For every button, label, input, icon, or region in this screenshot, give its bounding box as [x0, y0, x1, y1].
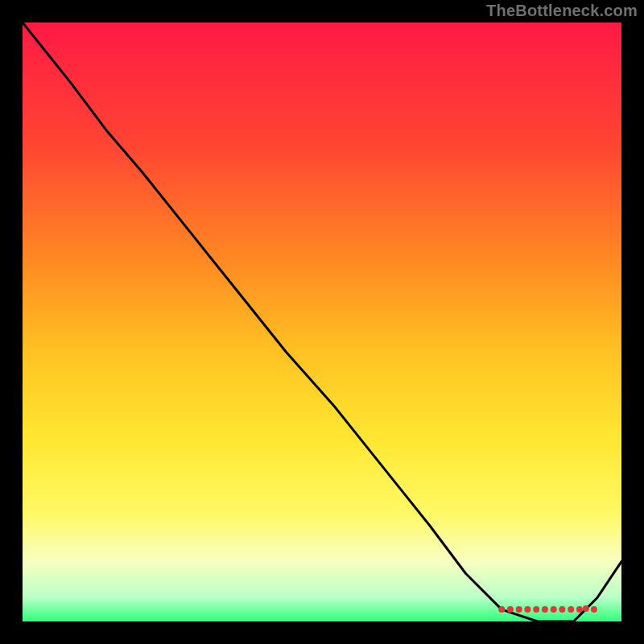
marker-dot — [576, 606, 583, 613]
marker-dot — [498, 606, 505, 613]
marker-dot — [568, 606, 574, 613]
marker-dot — [542, 606, 548, 613]
marker-dot — [507, 606, 514, 613]
watermark-text: TheBottleneck.com — [486, 2, 638, 20]
chart-svg — [0, 0, 644, 644]
plot-background — [23, 23, 621, 621]
marker-dot — [516, 606, 522, 613]
marker-dot — [551, 606, 557, 613]
marker-dot — [533, 606, 539, 613]
marker-dot — [524, 606, 530, 613]
chart-stage: TheBottleneck.com — [0, 0, 644, 644]
marker-dot — [559, 606, 565, 613]
marker-dot — [591, 606, 597, 613]
marker-dot — [583, 605, 589, 612]
